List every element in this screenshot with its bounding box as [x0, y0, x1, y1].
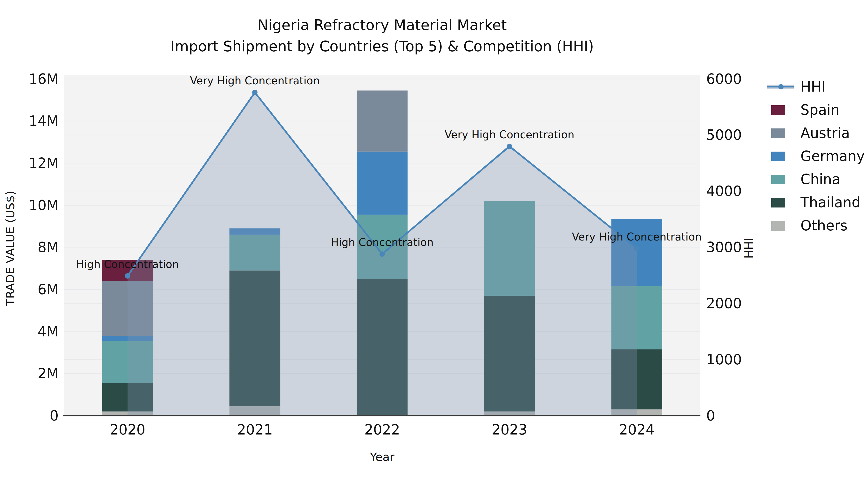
hhi-marker-2020 — [125, 273, 130, 279]
hhi-marker-2024 — [634, 246, 640, 251]
legend-label: China — [801, 171, 840, 188]
color-swatch-icon — [767, 220, 794, 231]
annotation-2020: High Concentration — [76, 258, 179, 270]
bar-segment-germany-2022 — [357, 152, 408, 215]
legend: HHISpainAustriaGermanyChinaThailandOther… — [767, 78, 865, 240]
annotation-2024: Very High Concentration — [572, 231, 702, 243]
y-right-tick-label: 0 — [706, 408, 715, 424]
color-swatch-icon — [767, 151, 794, 161]
annotation-2022: High Concentration — [331, 236, 434, 249]
y-left-tick-label: 6M — [38, 281, 59, 298]
hhi-line-icon — [767, 82, 794, 92]
legend-item-spain: Spain — [767, 102, 865, 118]
bar-segment-austria-2022 — [357, 91, 408, 152]
y-left-tick-label: 14M — [29, 113, 59, 129]
legend-item-austria: Austria — [767, 125, 865, 141]
color-swatch-icon — [767, 105, 794, 115]
chart-title-line2: Import Shipment by Countries (Top 5) & C… — [64, 36, 701, 57]
y-left-tick-label: 0 — [50, 408, 59, 424]
legend-item-germany: Germany — [767, 148, 865, 164]
y-right-tick-label: 2000 — [706, 295, 742, 312]
y-left-tick-label: 8M — [38, 239, 59, 255]
color-swatch-icon — [767, 128, 794, 138]
y-right-tick-label: 3000 — [706, 239, 742, 255]
y-left-tick-label: 16M — [29, 71, 59, 87]
x-axis-label: Year — [64, 450, 701, 464]
y-left-tick-label: 12M — [29, 155, 59, 171]
x-tick-label-2024: 2024 — [619, 422, 655, 438]
legend-label: Germany — [801, 148, 865, 164]
legend-label: Spain — [801, 102, 840, 118]
legend-label: Others — [801, 217, 847, 234]
hhi-marker-2022 — [379, 251, 385, 257]
annotation-2023: Very High Concentration — [444, 128, 574, 141]
plot-area: High ConcentrationVery High Concentratio… — [0, 0, 868, 488]
y-axis-label-left: TRADE VALUE (US$) — [3, 191, 17, 305]
x-tick-label-2021: 2021 — [237, 422, 273, 438]
chart-page: High ConcentrationVery High Concentratio… — [0, 0, 868, 488]
y-axis-label-right: HHI — [742, 238, 755, 259]
legend-label: Austria — [801, 125, 850, 141]
y-left-tick-label: 4M — [38, 323, 59, 340]
y-right-tick-label: 5000 — [706, 127, 742, 143]
color-swatch-icon — [767, 197, 794, 208]
y-left-tick-label: 2M — [38, 365, 59, 382]
chart-title-line1: Nigeria Refractory Material Market — [64, 14, 701, 36]
legend-label: HHI — [801, 78, 826, 95]
color-swatch-icon — [767, 174, 794, 185]
legend-item-thailand: Thailand — [767, 194, 865, 210]
chart-title: Nigeria Refractory Material Market Impor… — [64, 14, 701, 57]
y-right-tick-label: 6000 — [706, 71, 742, 87]
hhi-marker-2023 — [507, 143, 512, 149]
y-left-tick-label: 10M — [29, 197, 59, 214]
legend-label: Thailand — [801, 194, 861, 210]
legend-item-others: Others — [767, 217, 865, 234]
annotation-2021: Very High Concentration — [190, 74, 320, 87]
x-tick-label-2022: 2022 — [364, 422, 400, 438]
hhi-marker-2021 — [252, 90, 257, 95]
legend-item-hhi: HHI — [767, 78, 865, 95]
y-right-tick-label: 4000 — [706, 183, 742, 199]
x-tick-label-2020: 2020 — [110, 422, 145, 438]
x-tick-label-2023: 2023 — [492, 422, 527, 438]
y-right-tick-label: 1000 — [706, 351, 742, 368]
legend-item-china: China — [767, 171, 865, 188]
